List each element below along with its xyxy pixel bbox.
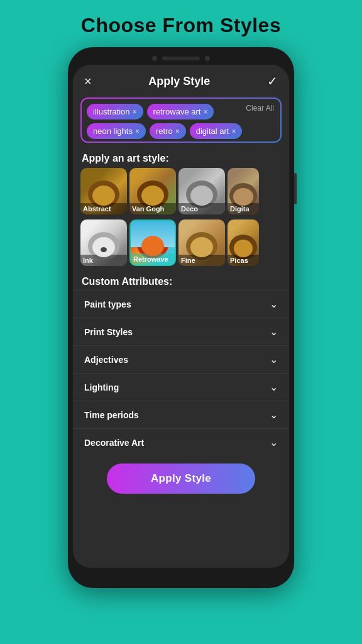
chevron-decorative-art-icon: ⌄ xyxy=(270,436,278,448)
page-title: Choose From Styles xyxy=(81,14,281,37)
modal-header: × Apply Style ✓ xyxy=(73,65,289,95)
style-digital[interactable]: Digita xyxy=(228,168,259,214)
attr-time-periods[interactable]: Time periods ⌄ xyxy=(73,401,289,428)
tag-close-retro[interactable]: × xyxy=(175,127,180,136)
tag-close-retrowave-art[interactable]: × xyxy=(203,108,207,116)
tag-illustration[interactable]: illustration × xyxy=(87,104,143,119)
tag-label: digital art xyxy=(196,126,229,136)
style-retrowave[interactable]: Retrowave xyxy=(129,219,176,266)
style-picasso[interactable]: Picas xyxy=(228,219,259,266)
apply-button-area: Apply Style xyxy=(73,456,289,500)
tag-neon-lights[interactable]: neon lights × xyxy=(87,123,146,139)
attr-lighting-label: Lighting xyxy=(84,382,119,392)
style-fine[interactable]: Fine xyxy=(178,219,225,266)
tag-retrowave-art[interactable]: retrowave art × xyxy=(147,104,214,119)
camera-dot xyxy=(152,56,157,61)
tag-close-digital-art[interactable]: × xyxy=(231,127,236,136)
attr-print-styles[interactable]: Print Styles ⌄ xyxy=(73,318,289,345)
confirm-icon[interactable]: ✓ xyxy=(267,74,278,89)
style-abstract[interactable]: Abstract xyxy=(80,168,127,214)
phone-notch xyxy=(73,56,289,61)
tag-label: retrowave art xyxy=(153,107,201,116)
chevron-print-styles-icon: ⌄ xyxy=(270,326,278,338)
speaker-bar xyxy=(162,57,200,60)
tag-label: retro xyxy=(156,126,173,136)
phone-shell: × Apply Style ✓ illustration × retrowave… xyxy=(68,47,294,588)
tag-retro[interactable]: retro × xyxy=(150,123,186,139)
chevron-adjectives-icon: ⌄ xyxy=(270,353,278,365)
tag-digital-art[interactable]: digital art × xyxy=(190,123,243,139)
art-style-label: Apply an art style: xyxy=(73,148,289,168)
style-ink[interactable]: Ink xyxy=(80,219,127,266)
tag-label: illustration xyxy=(93,107,130,116)
style-vangogh[interactable]: Van Gogh xyxy=(129,168,176,214)
side-button xyxy=(294,173,297,204)
chevron-lighting-icon: ⌄ xyxy=(270,381,278,393)
attr-decorative-art[interactable]: Decorative Art ⌄ xyxy=(73,428,289,456)
attr-adjectives-label: Adjectives xyxy=(84,355,128,365)
attr-print-styles-label: Print Styles xyxy=(84,327,133,337)
tag-close-illustration[interactable]: × xyxy=(133,108,137,116)
tag-label: neon lights xyxy=(93,126,133,136)
attr-paint-types-label: Paint types xyxy=(84,299,131,309)
phone-screen: × Apply Style ✓ illustration × retrowave… xyxy=(73,65,289,568)
modal-title: Apply Style xyxy=(148,75,210,88)
tag-close-neon-lights[interactable]: × xyxy=(135,127,140,136)
chevron-paint-types-icon: ⌄ xyxy=(270,298,278,310)
attr-decorative-art-label: Decorative Art xyxy=(84,438,144,448)
close-icon[interactable]: × xyxy=(84,74,92,89)
attr-adjectives[interactable]: Adjectives ⌄ xyxy=(73,345,289,373)
camera-dot-2 xyxy=(205,56,210,61)
style-deco[interactable]: Deco xyxy=(178,168,225,214)
attr-lighting[interactable]: Lighting ⌄ xyxy=(73,373,289,401)
chevron-time-periods-icon: ⌄ xyxy=(270,409,278,421)
apply-style-button[interactable]: Apply Style xyxy=(107,464,255,494)
attr-paint-types[interactable]: Paint types ⌄ xyxy=(73,290,289,318)
clear-all-button[interactable]: Clear All xyxy=(246,104,274,113)
style-grid-row1: Abstract Van Gogh Deco Digita xyxy=(73,168,289,219)
attr-time-periods-label: Time periods xyxy=(84,410,139,420)
style-grid-row2: Ink Retrowave Fine Picas xyxy=(73,219,289,271)
custom-attrs-label: Custom Attributes: xyxy=(73,271,289,290)
tags-container: illustration × retrowave art × neon ligh… xyxy=(80,97,282,143)
tags-inner: illustration × retrowave art × neon ligh… xyxy=(82,99,280,142)
